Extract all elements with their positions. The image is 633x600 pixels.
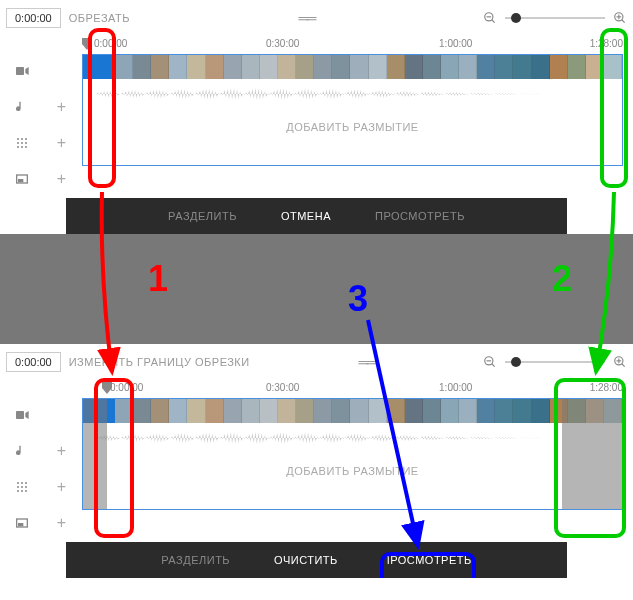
annotation-number-1: 1 xyxy=(148,258,168,300)
annotation-number-2: 2 xyxy=(552,258,572,300)
annotation-number-3: 3 xyxy=(348,278,368,320)
annotation-arrows xyxy=(0,0,633,578)
